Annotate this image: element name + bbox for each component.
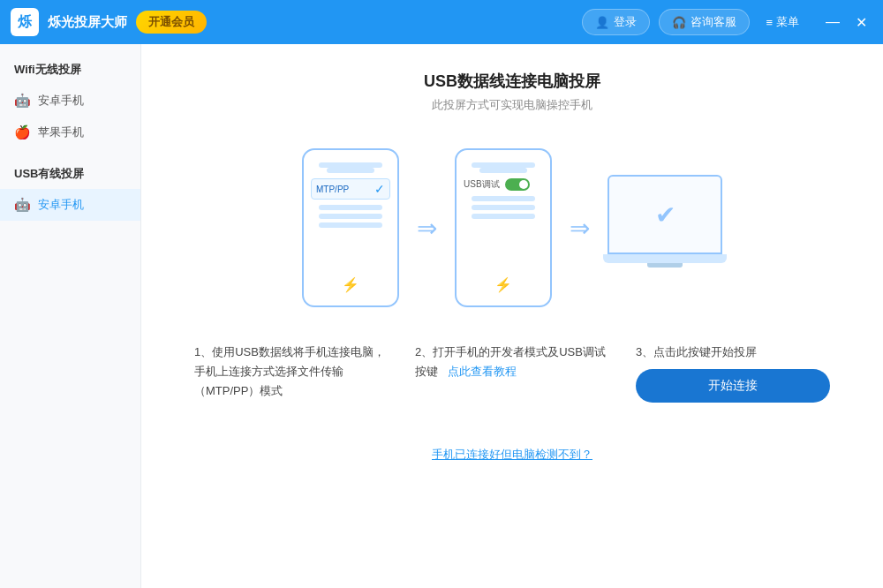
usb-debug-tag: USB调试	[464, 178, 543, 191]
usb-toggle	[505, 178, 530, 191]
page-subtitle: 此投屏方式可实现电脑操控手机	[432, 97, 592, 113]
instruction-2: 2、打开手机的开发者模式及USB调试按键 点此查看教程	[415, 343, 609, 403]
sidebar-item-android-usb[interactable]: 🤖 安卓手机	[0, 189, 140, 221]
headset-icon: 🎧	[672, 16, 686, 29]
android-icon: 🤖	[14, 93, 31, 109]
sidebar-item-apple-wifi[interactable]: 🍎 苹果手机	[0, 117, 140, 148]
step2-phone: USB调试 ⚡	[455, 148, 552, 307]
apple-wifi-label: 苹果手机	[38, 124, 84, 140]
check-icon: ✓	[374, 182, 385, 196]
close-button[interactable]: ✕	[850, 12, 872, 33]
app-logo: 烁	[11, 8, 39, 36]
arrow2-icon: ⇒	[570, 214, 590, 243]
support-button[interactable]: 🎧 咨询客服	[659, 9, 750, 35]
usb-section-title: USB有线投屏	[0, 155, 140, 189]
android-usb-icon: 🤖	[14, 197, 31, 213]
android-wifi-label: 安卓手机	[38, 93, 84, 109]
laptop-stand	[647, 263, 683, 268]
mtp-tag: MTP/PP ✓	[311, 178, 390, 200]
apple-icon: 🍎	[14, 124, 31, 140]
arrow1-icon: ⇒	[417, 214, 437, 243]
laptop-base	[603, 254, 727, 263]
start-connect-button[interactable]: 开始连接	[636, 369, 830, 403]
sidebar-item-android-wifi[interactable]: 🤖 安卓手机	[0, 85, 140, 117]
app-title: 烁光投屏大师	[48, 14, 127, 31]
sidebar: Wifi无线投屏 🤖 安卓手机 🍎 苹果手机 USB有线投屏 🤖 安卓手机	[0, 44, 141, 588]
steps-diagram: MTP/PP ✓ ⚡ ⇒ USB调试	[302, 148, 722, 307]
login-button[interactable]: 👤 登录	[582, 9, 650, 35]
laptop-check-icon: ✔	[655, 200, 675, 230]
vip-button[interactable]: 开通会员	[136, 11, 207, 34]
user-icon: 👤	[595, 16, 609, 29]
instruction-3: 3、点击此按键开始投屏 开始连接	[636, 343, 830, 403]
laptop-screen: ✔	[608, 175, 722, 254]
step1-phone: MTP/PP ✓ ⚡	[302, 148, 399, 307]
troubleshoot-link[interactable]: 手机已连接好但电脑检测不到？	[432, 447, 592, 463]
page-title: USB数据线连接电脑投屏	[424, 71, 600, 92]
instruction-3-text: 3、点击此按键开始投屏	[636, 343, 830, 362]
minimize-button[interactable]: —	[820, 12, 845, 33]
laptop-diagram: ✔	[608, 175, 722, 281]
wifi-section-title: Wifi无线投屏	[0, 62, 140, 85]
instruction-1-text: 1、使用USB数据线将手机连接电脑，手机上连接方式选择文件传输（MTP/PP）模…	[194, 345, 385, 397]
instruction-1: 1、使用USB数据线将手机连接电脑，手机上连接方式选择文件传输（MTP/PP）模…	[194, 343, 389, 403]
app-body: Wifi无线投屏 🤖 安卓手机 🍎 苹果手机 USB有线投屏 🤖 安卓手机 US…	[0, 44, 883, 588]
tutorial-link[interactable]: 点此查看教程	[448, 365, 517, 378]
android-usb-label: 安卓手机	[38, 197, 84, 213]
instructions: 1、使用USB数据线将手机连接电脑，手机上连接方式选择文件传输（MTP/PP）模…	[177, 343, 848, 403]
window-controls: — ✕	[820, 12, 872, 33]
menu-icon: ≡	[766, 16, 773, 29]
title-bar: 烁 烁光投屏大师 开通会员 👤 登录 🎧 咨询客服 ≡ 菜单 — ✕	[0, 0, 883, 44]
main-content: USB数据线连接电脑投屏 此投屏方式可实现电脑操控手机 MTP/PP ✓ ⚡	[141, 44, 883, 588]
menu-button[interactable]: ≡ 菜单	[758, 10, 806, 34]
